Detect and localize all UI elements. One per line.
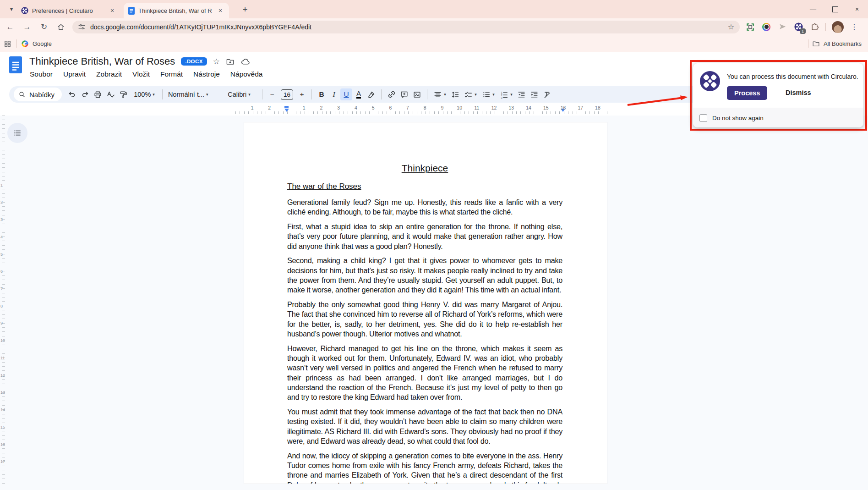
browser-menu-icon[interactable]: ⋮ [851,22,858,31]
menu-soubor[interactable]: Soubor [30,70,53,78]
ruler-number: 7 [0,286,3,291]
first-line-indent-marker[interactable] [284,106,289,108]
star-document-icon[interactable]: ☆ [213,57,220,66]
insert-link-icon[interactable] [385,88,398,101]
back-icon[interactable]: ← [3,20,17,34]
menu-nápověda[interactable]: Nápověda [230,70,263,78]
reload-icon[interactable]: ↻ [37,20,51,34]
document-paragraph[interactable]: And now, the idiocy of skipping a genera… [287,451,562,484]
minimize-button[interactable]: — [802,0,824,18]
document-paragraph[interactable]: First, what a stupid idea to skip an ent… [287,222,562,251]
highlight-color-icon[interactable] [365,88,377,101]
search-menus-button[interactable]: Nabídky [14,88,62,101]
all-bookmarks-button[interactable]: All Bookmarks [824,40,862,47]
omnibox[interactable]: docs.google.com/document/d/1ATKyIOjTUP1m… [72,21,740,33]
ruler-number: 8 [0,304,3,308]
underline-button[interactable]: U [340,88,352,100]
document-title-field[interactable]: Thinkpiece British, War of Roses [29,55,175,67]
decrease-indent-icon[interactable] [515,88,528,101]
url-text[interactable]: docs.google.com/document/d/1ATKyIOjTUP1m… [90,23,723,31]
camera-lens-extension-icon[interactable] [761,22,771,32]
italic-button[interactable]: I [328,88,340,100]
document-paragraph[interactable]: Probably the only somewhat good thing He… [287,300,562,339]
add-comment-icon[interactable] [398,88,410,101]
document-page[interactable]: Thinkpiece The war of the Roses Generati… [244,122,607,484]
do-not-show-again-checkbox[interactable] [699,114,707,122]
chevron-down-icon: ▾ [444,92,446,97]
search-menus-label: Nabídky [29,91,55,99]
increase-font-size-button[interactable]: + [296,88,308,100]
undo-icon[interactable] [66,88,78,101]
font-size-input[interactable]: 16 [281,89,293,100]
zoom-select[interactable]: 100% ▾ [130,88,158,101]
document-paragraph[interactable]: Generational family feud? Sign me up. Ho… [287,198,562,217]
bulleted-list-select[interactable]: ▾ [480,88,497,101]
home-icon[interactable] [54,20,68,34]
document-paragraph[interactable]: You must admit that they took immense ad… [287,407,562,446]
menu-upravit[interactable]: Upravit [63,70,86,78]
google-bookmark[interactable]: Google [21,40,52,48]
doc-heading[interactable]: Thinkpiece [287,163,562,174]
paint-format-icon[interactable] [117,88,130,101]
tab-thinkpiece-doc[interactable]: Thinkpiece British, War of Roses × [124,3,229,18]
print-icon[interactable] [92,88,104,101]
maximize-button[interactable] [824,0,846,18]
ruler-number: 3 [337,105,340,110]
send-arrow-extension-icon[interactable] [777,22,787,32]
tab-close-icon[interactable]: × [216,6,224,15]
bold-button[interactable]: B [316,88,328,100]
numbered-list-select[interactable]: 123 ▾ [497,88,515,101]
menu-nástroje[interactable]: Nástroje [193,70,220,78]
menu-vložit[interactable]: Vložit [132,70,150,78]
ruler-number: 8 [424,105,426,110]
close-window-button[interactable]: × [846,0,868,18]
tab-preferences-circularo[interactable]: Preferences | Circularo × [16,3,121,18]
increase-indent-icon[interactable] [528,88,540,101]
browser-profile-avatar[interactable] [832,21,844,33]
chevron-down-icon: ▾ [475,92,477,97]
ruler-number: 7 [406,105,409,110]
document-paragraph[interactable]: Second, making a child king? I get that … [287,256,562,295]
annotation-red-arrow [623,91,692,110]
ruler-number: 1 [251,105,254,110]
align-select[interactable]: ▾ [431,88,448,101]
vertical-ruler[interactable]: 1234567891011121314151617 [0,116,6,490]
left-indent-marker[interactable] [284,109,289,112]
checklist-select[interactable]: ▾ [462,88,479,101]
paragraph-style-select[interactable]: Normální t... ▾ [166,88,212,101]
google-docs-icon[interactable] [9,56,22,73]
apps-grid-icon[interactable] [4,40,11,48]
screenshot-extension-icon[interactable] [745,22,755,32]
ruler-number: 4 [0,235,3,239]
paragraph-style-value: Normální t... [168,91,204,98]
document-paragraph[interactable]: However, Richard managed to get his line… [287,344,562,402]
process-button[interactable]: Process [727,86,767,100]
menu-zobrazit[interactable]: Zobrazit [96,70,122,78]
new-tab-button[interactable]: + [239,4,251,16]
tab-close-icon[interactable]: × [108,6,116,15]
line-spacing-icon[interactable] [449,88,461,101]
tab-search-icon[interactable]: ▾ [5,4,17,14]
site-settings-icon[interactable] [78,23,86,31]
redo-icon[interactable] [79,88,91,101]
font-family-select[interactable]: Calibri ▾ [220,88,258,101]
show-outline-button[interactable] [7,123,27,143]
insert-image-icon[interactable] [411,88,423,101]
circularo-extension-icon[interactable]: 1 [793,22,803,32]
menu-formát[interactable]: Formát [160,70,183,78]
forward-icon[interactable]: → [20,20,34,34]
bookmark-star-icon[interactable]: ☆ [728,22,734,31]
document-status-cloud-icon[interactable] [240,57,250,66]
ruler-number: 1 [303,105,306,110]
dismiss-button[interactable]: Dismiss [783,88,814,97]
ruler-number: 4 [355,105,357,110]
decrease-font-size-button[interactable]: − [266,88,278,100]
extensions-puzzle-icon[interactable] [809,22,819,32]
doc-subheading[interactable]: The war of the Roses [287,182,562,191]
ruler-number: 6 [0,269,3,274]
spellcheck-icon[interactable] [104,88,117,101]
clear-formatting-icon[interactable] [541,88,553,101]
move-to-folder-icon[interactable] [226,57,235,66]
text-color-button[interactable]: A [353,88,365,100]
ruler-number: 10 [457,105,462,110]
